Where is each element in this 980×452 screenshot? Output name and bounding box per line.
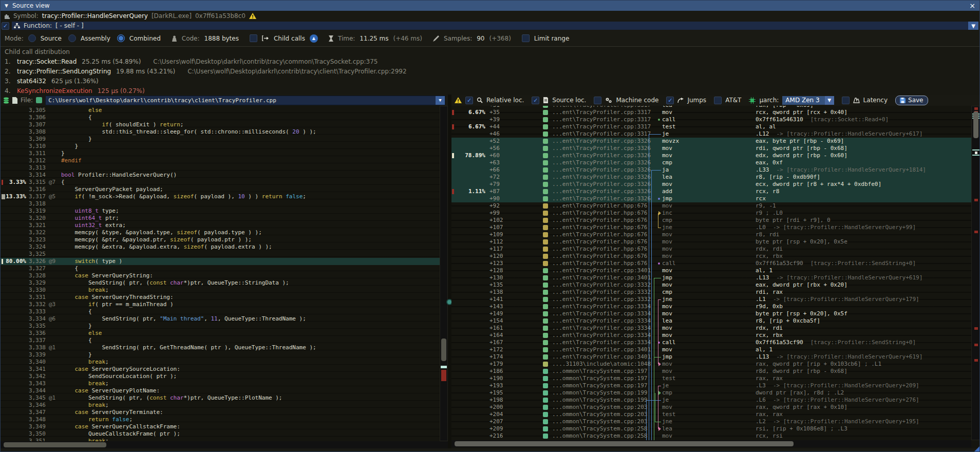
asm-source-location[interactable]: ...ent\TracyProfiler.cpp:3317 xyxy=(552,116,651,123)
source-line-row[interactable]: 3,314bool Profiler::HandleServerQuery() xyxy=(1,172,440,179)
source-line-row[interactable]: 3,351 break; xyxy=(1,438,440,441)
asm-row[interactable]: +92...ent\TracyProfiler.hpp:676movr9, -1 xyxy=(451,202,971,210)
asm-mnemonic[interactable]: cmp xyxy=(662,159,672,166)
asm-mnemonic[interactable]: mov xyxy=(662,181,672,188)
asm-row[interactable]: +164...ent\TracyProfiler.cpp:3334movrcx,… xyxy=(451,332,971,339)
function-combo[interactable]: Function: [ - self - ] ▼ xyxy=(12,22,978,30)
asm-mnemonic[interactable]: add xyxy=(662,188,672,195)
asm-row[interactable]: +186...ommon\TracySystem.cpp:197movr8d, … xyxy=(451,368,971,375)
source-loc-checkbox[interactable] xyxy=(532,97,539,104)
child-call-name[interactable]: tracy::Profiler::SendLongString xyxy=(17,68,111,75)
asm-source-location[interactable]: ...ent\TracyProfiler.cpp:3317 xyxy=(552,123,651,130)
line-annotation[interactable]: @6 xyxy=(49,315,55,323)
scrollbar-handle[interactable] xyxy=(441,338,446,361)
asm-mnemonic[interactable]: mov xyxy=(662,231,672,238)
function-checkbox[interactable] xyxy=(2,22,9,30)
asm-row[interactable]: +109...ent\TracyProfiler.hpp:676movr8, r… xyxy=(451,231,971,238)
asm-row[interactable]: 6.67%+44...ent\TracyProfiler.cpp:3317tes… xyxy=(451,123,971,130)
source-line-row[interactable]: 3,327 { xyxy=(1,265,440,272)
asm-source-location[interactable]: ...ent\TracyProfiler.cpp:3332 xyxy=(552,281,651,289)
asm-source-location[interactable]: ...ent\TracyProfiler.cpp:3326 xyxy=(552,181,651,188)
source-line-row[interactable]: 3,344 case ServerQueryPlotName: xyxy=(1,387,440,394)
source-line-row[interactable]: 3,316 ServerQueryPacket payload; xyxy=(1,186,440,193)
asm-mnemonic[interactable]: lea xyxy=(662,174,672,181)
line-annotation[interactable]: @1 xyxy=(49,344,55,351)
asm-row[interactable]: +90...ent\TracyProfiler.cpp:3326jmprcx xyxy=(451,195,971,202)
radio-source[interactable] xyxy=(28,34,36,42)
att-label[interactable]: AT&T xyxy=(725,97,741,104)
asm-mnemonic[interactable]: mov xyxy=(662,238,672,246)
asm-row[interactable]: +154...ent\TracyProfiler.cpp:3334lear8, … xyxy=(451,317,971,325)
asm-source-location[interactable]: ...ent\TracyProfiler.cpp:3332 xyxy=(552,296,651,303)
asm-source-location[interactable]: ...ent\TracyProfiler.hpp:676 xyxy=(552,253,647,260)
source-line-row[interactable]: 3,308 std::this_thread::sleep_for( std::… xyxy=(1,128,440,136)
source-line-row[interactable]: 3,325 xyxy=(1,251,440,258)
source-line-row[interactable]: 3.33%3,315@7{ xyxy=(1,179,440,186)
asm-source-location[interactable]: ...ent\TracyProfiler.hpp:676 xyxy=(552,260,647,267)
radio-assembly-label[interactable]: Assembly xyxy=(81,35,110,42)
asm-mnemonic[interactable]: je xyxy=(662,397,669,404)
source-line-row[interactable]: 3,322 memcpy( &type, &payload.type, size… xyxy=(1,229,440,236)
title-bar[interactable]: ▼ Source view × xyxy=(1,1,979,11)
asm-mnemonic[interactable]: cmp xyxy=(662,289,672,296)
asm-row[interactable]: +102...ent\TracyProfiler.hpp:676cmpbyte … xyxy=(451,217,971,224)
close-icon[interactable]: × xyxy=(969,2,975,9)
asm-mnemonic[interactable]: cmp xyxy=(662,389,672,397)
relative-loc-checkbox[interactable] xyxy=(465,97,473,104)
line-annotation[interactable]: @1 xyxy=(49,394,55,402)
jumps-checkbox[interactable] xyxy=(666,97,674,104)
limit-range-checkbox[interactable] xyxy=(522,34,530,42)
asm-source-location[interactable]: ...ent\TracyProfiler.cpp:3334 xyxy=(552,310,651,317)
line-annotation[interactable]: @9 xyxy=(49,258,55,265)
asm-source-location[interactable]: ...ent\TracyProfiler.cpp:3334 xyxy=(552,303,651,310)
asm-source-location[interactable]: ...ent\TracyProfiler.cpp:3401 xyxy=(552,353,651,361)
source-line-row[interactable]: 3,310 } xyxy=(1,143,440,150)
asm-mnemonic[interactable]: mov xyxy=(662,246,672,253)
asm-row[interactable]: +161...ent\TracyProfiler.cpp:3334movrdx,… xyxy=(451,325,971,332)
source-line-row[interactable]: 3,339 } xyxy=(1,351,440,359)
child-call-row[interactable]: 3.stat64i32625 µs (1.36%) xyxy=(5,78,99,85)
asm-row[interactable]: +141...ent\TracyProfiler.cpp:3332jne.L1-… xyxy=(451,296,971,303)
asm-source-location[interactable]: ...ent\TracyProfiler.cpp:3317 xyxy=(552,109,651,116)
child-call-name[interactable]: stat64i32 xyxy=(17,78,46,85)
asm-row[interactable]: +123...ent\TracyProfiler.hpp:676call0x7f… xyxy=(451,260,971,267)
asm-source-location[interactable]: ...ent\TracyProfiler.cpp:3326 xyxy=(552,174,651,181)
source-line-row[interactable]: 3,343 break; xyxy=(1,380,440,387)
asm-row[interactable]: +39...ent\TracyProfiler.cpp:3317call0x7f… xyxy=(451,116,971,123)
child-call-name[interactable]: KeSynchronizeExecution xyxy=(17,87,92,95)
asm-source-location[interactable]: ...ent\TracyProfiler.hpp:676 xyxy=(552,210,647,217)
asm-mnemonic[interactable]: mov xyxy=(662,253,672,260)
asm-mnemonic[interactable]: test xyxy=(662,375,676,382)
source-line-row[interactable]: 3,306 { xyxy=(1,114,440,121)
asm-mnemonic[interactable]: mov xyxy=(662,368,672,375)
child-call-row[interactable]: 1.tracy::Socket::Read25.25 ms (54.89%)C:… xyxy=(5,58,378,65)
asm-source-location[interactable]: ...ommon\TracySystem.cpp:199 xyxy=(552,397,647,404)
asm-row[interactable]: +52...ent\TracyProfiler.cpp:3326movzxeax… xyxy=(451,138,971,145)
source-code-area[interactable]: 3,305 else3,306 {3,307 if( shouldExit ) … xyxy=(1,106,448,441)
asm-mnemonic[interactable]: call xyxy=(662,260,676,267)
line-annotation[interactable]: @7 xyxy=(49,179,55,186)
asm-source-location[interactable]: ...ommon\TracySystem.cpp:197 xyxy=(552,382,647,389)
asm-mnemonic[interactable]: mov xyxy=(662,310,672,317)
source-line-row[interactable]: 3,331 case ServerQueryThreadString: xyxy=(1,294,440,301)
asm-row[interactable]: 6.67%+35...ent\TracyProfiler.cpp:3317mov… xyxy=(451,109,971,116)
asm-mnemonic[interactable]: mov xyxy=(662,303,672,310)
source-line-row[interactable]: 3,342 SendSourceLocation( ptr ); xyxy=(1,373,440,380)
asm-source-location[interactable]: ...ent\TracyProfiler.cpp:3401 xyxy=(552,267,651,274)
asm-mnemonic[interactable]: call xyxy=(662,339,676,346)
asm-mnemonic[interactable]: mov xyxy=(662,109,672,116)
asm-source-location[interactable]: ...ommon\TracySystem.cpp:258 xyxy=(552,432,647,440)
source-line-row[interactable]: 3,345@1 SendString( ptr, (const char*)pt… xyxy=(1,394,440,402)
asm-row[interactable]: +112...ent\TracyProfiler.hpp:676movbyte … xyxy=(451,238,971,246)
asm-row[interactable]: +143...ent\TracyProfiler.cpp:3334movr9d,… xyxy=(451,303,971,310)
asm-row[interactable]: +117...ent\TracyProfiler.hpp:676movrdx, … xyxy=(451,246,971,253)
asm-mnemonic[interactable]: cmp xyxy=(662,217,672,224)
asm-source-location[interactable]: ...ent\TracyProfiler.cpp:3334 xyxy=(552,317,651,325)
asm-source-location[interactable]: ...ent\TracyProfiler.hpp:676 xyxy=(552,246,647,253)
source-line-row[interactable]: 3,328 case ServerQueryString: xyxy=(1,272,440,279)
source-line-row[interactable]: 3,332@3 if( ptr == m_mainThread ) xyxy=(1,301,440,308)
asm-row[interactable]: +135...ent\TracyProfiler.cpp:3332moveax,… xyxy=(451,281,971,289)
save-button[interactable]: Save xyxy=(895,96,928,105)
asm-mnemonic[interactable]: ja xyxy=(662,166,669,174)
file-list-icon[interactable] xyxy=(3,97,9,104)
